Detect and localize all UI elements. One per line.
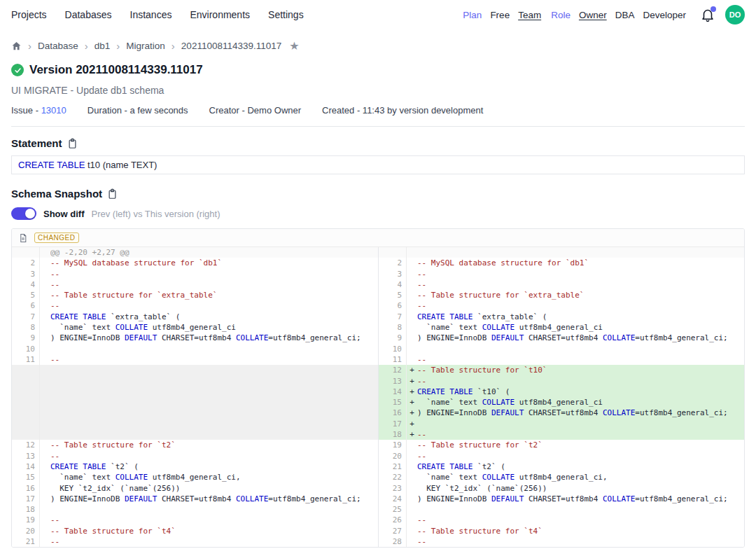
code-token: ) ENGINE=InnoDB [417,494,491,503]
show-diff-toggle[interactable] [11,207,36,220]
nav-item-settings[interactable]: Settings [268,9,304,20]
avatar[interactable]: DO [725,5,745,25]
copy-statement-icon[interactable] [67,138,78,149]
line-number: 4 [379,279,407,290]
breadcrumb-item-database[interactable]: Database [38,41,78,51]
nav-item-databases[interactable]: Databases [65,9,112,20]
diff-row: 2-- MySQL database structure for `db1` [379,258,744,268]
breadcrumb-item-20211008114339.11017[interactable]: 20211008114339.11017 [181,41,281,51]
diff-prefix [407,279,417,290]
diff-prefix [407,451,417,461]
diff-prefix [407,290,417,300]
diff-row [379,247,744,258]
code-line: ) ENGINE=InnoDB DEFAULT CHARSET=utf8mb4 … [417,333,744,343]
line-number: 28 [379,536,407,547]
code-token: -- Table structure for `t2` [417,440,542,450]
diff-prefix [407,526,417,536]
issue-link[interactable]: 13010 [41,105,66,116]
diff-prefix [40,354,50,365]
line-number: 18 [379,429,407,440]
schema-diff-viewer: CHANGED @@ -2,20 +2,27 @@2-- MySQL datab… [11,228,745,548]
code-line: -- [50,300,378,311]
notification-bell-button[interactable] [700,7,715,22]
code-token: -- Table structure for `t10` [417,366,547,375]
code-line: -- [50,279,378,290]
line-number: 18 [12,504,40,515]
role-items: OwnerDBADeveloper [579,10,686,20]
diff-prefix [40,504,50,515]
diff-row [12,376,378,387]
line-number: 5 [379,290,407,300]
line-number: 6 [379,300,407,311]
code-token: utf8mb4_general_ci [514,323,603,332]
code-token: -- [50,270,59,279]
nav-item-instances[interactable]: Instances [130,9,172,20]
code-token: DEFAULT [125,333,157,342]
code-token: -- [50,280,59,289]
diff-prefix: + [407,376,417,387]
home-icon[interactable] [11,41,22,51]
code-token: CHARSET=utf8mb4 [524,333,603,342]
line-number: 21 [12,536,40,547]
copy-snapshot-icon[interactable] [107,188,118,200]
code-token: -- [50,301,59,310]
breadcrumb: ›Database›db1›Migration›20211008114339.1… [0,39,756,53]
code-token: CHARSET=utf8mb4 [524,494,603,503]
diff-prefix [407,483,417,494]
diff-row: 2-- MySQL database structure for `db1` [12,258,378,268]
code-token: COLLATE [603,494,635,503]
code-line: `name` text COLLATE utf8mb4_general_ci, [417,472,744,482]
line-number: 14 [12,461,40,472]
diff-row: 17+ [379,419,744,429]
star-icon[interactable]: ★ [289,39,299,53]
diff-row: 14+CREATE TABLE `t10` ( [379,387,744,397]
line-number: 2 [12,258,40,268]
diff-row: 15+ `name` text COLLATE utf8mb4_general_… [379,397,744,408]
diff-prefix [407,300,417,311]
code-line: -- [417,515,744,525]
code-token: -- [50,355,59,364]
code-line: CREATE TABLE `t2` ( [50,461,378,472]
nav-item-environments[interactable]: Environments [190,9,250,20]
line-number: 4 [12,279,40,290]
diff-prefix [40,419,50,429]
meta-row: Issue - 13010Duration - a few secondsCre… [11,105,745,116]
diff-prefix: + [407,365,417,375]
diff-body: @@ -2,20 +2,27 @@2-- MySQL database stru… [12,247,744,547]
diff-row [12,387,378,397]
code-line: -- Table structure for `t4` [417,526,744,536]
line-number: 16 [12,483,40,494]
diff-row: 10 [379,344,744,354]
diff-prefix [40,312,50,322]
code-token: DEFAULT [491,333,524,342]
breadcrumb-separator-icon: › [85,41,88,51]
code-token: utf8mb4_general_ci [514,398,603,407]
breadcrumb-item-migration[interactable]: Migration [126,41,165,51]
role-value-owner[interactable]: Owner [579,10,607,20]
line-number [12,365,40,375]
code-line: ) ENGINE=InnoDB DEFAULT CHARSET=utf8mb4 … [50,333,378,343]
nav-item-projects[interactable]: Projects [11,9,47,20]
breadcrumb-item-db1[interactable]: db1 [94,41,111,51]
meta-item: Duration - a few seconds [88,105,188,116]
code-token: -- MySQL database structure for `db1` [417,258,589,267]
diff-row: 18 [12,504,378,515]
plan-value-team[interactable]: Team [518,10,541,20]
diff-row: 26-- [379,515,744,525]
diff-prefix [407,247,417,258]
code-token: utf8mb4_general_ci [148,323,236,332]
line-number [12,387,40,397]
line-number: 24 [379,494,407,504]
line-number: 12 [379,365,407,375]
diff-row: 14CREATE TABLE `t2` ( [12,461,378,472]
diff-prefix [407,440,417,450]
code-token: CHARSET=utf8mb4 [157,333,236,342]
code-line: -- [50,354,378,365]
code-token: ) ENGINE=InnoDB [417,408,491,417]
code-token: CREATE TABLE [417,312,472,321]
code-token: -- [417,377,426,386]
code-token: `name` text [417,473,482,482]
diff-prefix [40,387,50,397]
code-line: @@ -2,20 +2,27 @@ [50,247,378,258]
code-line: -- [50,269,378,279]
